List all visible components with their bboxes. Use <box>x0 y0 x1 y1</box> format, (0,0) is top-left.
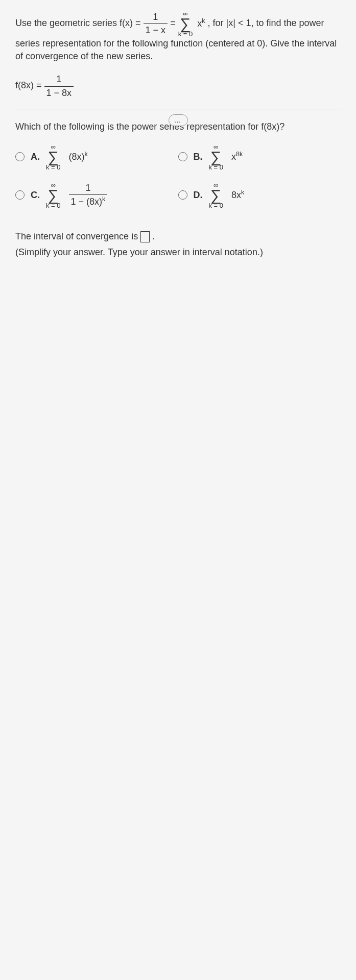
sigma-a: ∞ ∑ k = 0 <box>46 143 61 170</box>
choice-d[interactable]: D. ∞ ∑ k = 0 8xk <box>178 182 341 209</box>
choice-label-b: B. <box>194 151 203 163</box>
choice-label-d: D. <box>194 189 203 202</box>
radio-c[interactable] <box>15 190 25 200</box>
radio-b[interactable] <box>178 152 187 161</box>
term-b: x8k <box>231 150 243 163</box>
sigma-b: ∞ ∑ k = 0 <box>209 143 224 170</box>
term-a: (8x)k <box>69 150 88 163</box>
section-divider <box>15 110 341 110</box>
choice-c[interactable]: C. ∞ ∑ k = 0 1 1 − (8x)k <box>15 182 178 209</box>
choice-label-a: A. <box>31 151 40 163</box>
interval-line: The interval of convergence is . <box>15 230 341 243</box>
given-fraction: 1 1 − 8x <box>44 73 74 99</box>
choice-a[interactable]: A. ∞ ∑ k = 0 (8x)k <box>15 143 178 170</box>
given-function: f(8x) = 1 1 − 8x <box>15 73 341 99</box>
interval-answer-input[interactable] <box>140 231 150 242</box>
term-c: 1 1 − (8x)k <box>69 182 108 208</box>
interval-hint: (Simplify your answer. Type your answer … <box>15 246 341 259</box>
choice-group: A. ∞ ∑ k = 0 (8x)k B. ∞ ∑ k = 0 x8k C. ∞… <box>15 143 341 220</box>
choice-label-c: C. <box>31 189 40 202</box>
radio-a[interactable] <box>15 152 25 161</box>
sigma-term: xk <box>197 17 205 30</box>
sigma-d: ∞ ∑ k = 0 <box>209 182 224 209</box>
choice-b[interactable]: B. ∞ ∑ k = 0 x8k <box>178 143 341 170</box>
intro-prefix: Use the geometric series f(x) = <box>15 18 144 28</box>
radio-d[interactable] <box>178 190 187 200</box>
question-intro: Use the geometric series f(x) = 1 1 − x … <box>15 10 341 63</box>
term-d: 8xk <box>231 188 244 202</box>
sigma-geometric: ∞ ∑ k = 0 <box>178 10 193 37</box>
geometric-fraction: 1 1 − x <box>144 11 168 37</box>
ellipsis-badge[interactable]: … <box>169 114 188 127</box>
sigma-c: ∞ ∑ k = 0 <box>46 182 61 209</box>
